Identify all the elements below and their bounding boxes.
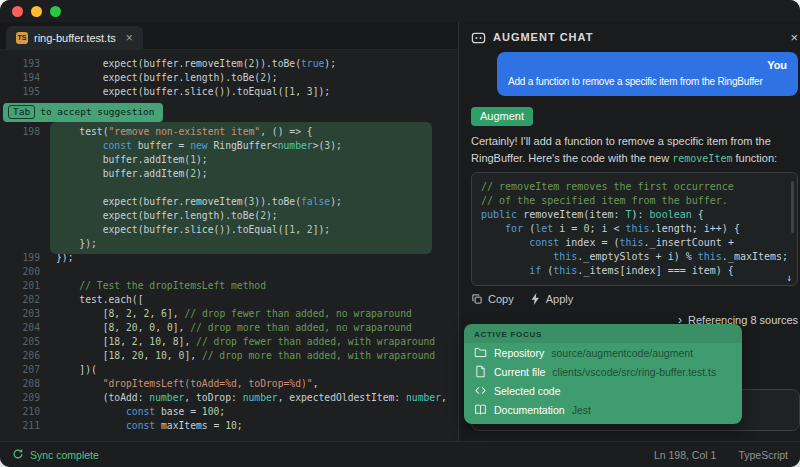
code-token: expect(buffer.removeItem( — [56, 196, 248, 207]
chat-close-icon[interactable]: × — [791, 30, 799, 45]
code-token: ._insertCount + — [644, 237, 734, 248]
code-token: removeItem(item: — [517, 209, 625, 220]
code-token: , — [120, 336, 132, 347]
code-token: ( — [541, 265, 553, 276]
assistant-text-after: function: — [732, 152, 777, 164]
focus-item-documentation[interactable]: DocumentationJest — [464, 400, 742, 419]
language-mode[interactable]: TypeScript — [738, 449, 788, 461]
code-token: test( — [56, 126, 109, 137]
code-token: base = — [155, 406, 202, 417]
code-token: let — [535, 223, 553, 234]
code-token: ); — [324, 58, 336, 69]
line-number — [0, 223, 52, 237]
code-token: ); — [196, 154, 208, 165]
code-token: ], — [173, 322, 191, 333]
code-line: 206 [18, 20, 10, 0], // drop more than a… — [0, 349, 458, 363]
code-token: , — [114, 322, 126, 333]
code-token: ); — [330, 196, 342, 207]
chat-code-line: if (this._items[index] === item) { — [481, 264, 788, 278]
code-token: if — [529, 265, 541, 276]
close-window-button[interactable] — [12, 6, 23, 17]
cursor-position[interactable]: Ln 198, Col 1 — [654, 449, 716, 461]
tab-ring-buffer-test[interactable]: TS ring-buffer.test.ts × — [6, 26, 143, 49]
code-token: ._maxItems; — [722, 251, 788, 262]
code-token: .length; i++) { — [650, 223, 740, 234]
code-text: expect(buffer.removeItem(2)).toBe(true); — [52, 57, 336, 71]
sync-icon — [12, 448, 24, 462]
copy-button[interactable]: Copy — [471, 293, 514, 305]
minimize-window-button[interactable] — [31, 6, 42, 17]
code-token: ], — [184, 350, 202, 361]
code-text: [8, 2, 2, 6], // drop fewer than added, … — [52, 307, 412, 321]
line-number: 193 — [0, 57, 52, 71]
code-line: buffer.addItem(1); — [0, 153, 458, 167]
code-token: number — [149, 392, 184, 403]
tab-close-icon[interactable]: × — [126, 31, 133, 45]
code-token: , — [313, 378, 319, 389]
chat-code-block[interactable]: // removeItem removes the first occurren… — [471, 172, 798, 286]
line-number — [0, 167, 52, 181]
code-token: buffer.addItem( — [56, 154, 190, 165]
code-token: , — [144, 350, 156, 361]
line-number: 211 — [0, 419, 52, 433]
line-number: 206 — [0, 349, 52, 363]
code-line: 208 "dropItemsLeft(toAdd=%d, toDrop=%d)"… — [0, 377, 458, 391]
line-number: 195 — [0, 85, 52, 99]
code-token: 20 — [132, 350, 144, 361]
code-line: 209 (toAdd: number, toDrop: number, expe… — [0, 391, 458, 405]
code-line: 202 test.each([ — [0, 293, 458, 307]
tab-key-label: Tab — [8, 105, 35, 119]
scroll-down-icon[interactable]: ↓ — [786, 272, 792, 283]
code-line — [0, 181, 458, 195]
code-text: expect(buffer.length).toBe(2); — [52, 209, 278, 223]
lightning-icon — [530, 293, 541, 305]
code-token: , — [114, 308, 126, 319]
code-token — [56, 406, 126, 417]
code-token: , — [155, 322, 167, 333]
code-token: ], — [179, 336, 197, 347]
code-line: expect(buffer.length).toBe(2); — [0, 209, 458, 223]
code-token: ], — [167, 308, 185, 319]
code-token: [ — [56, 350, 109, 361]
code-token: expect(buffer.slice()).toEqual([ — [56, 224, 289, 235]
code-text: buffer.addItem(2); — [52, 167, 208, 181]
focus-item-value: Jest — [572, 404, 591, 416]
code-token: ): — [632, 209, 650, 220]
code-editor[interactable]: 193 expect(buffer.removeItem(2)).toBe(tr… — [0, 50, 458, 441]
user-message-bubble: You Add a function to remove a specific … — [497, 52, 798, 96]
code-token: ); — [330, 140, 342, 151]
code-token: , — [120, 350, 132, 361]
line-number: 205 — [0, 335, 52, 349]
sync-status[interactable]: Sync complete — [12, 448, 99, 462]
code-token: 100 — [202, 406, 220, 417]
code-line: const buffer = new RingBuffer<number>(3)… — [0, 139, 458, 153]
editor-pane: TS ring-buffer.test.ts × 193 expect(buff… — [0, 22, 458, 441]
code-line: 205 [18, 2, 10, 8], // drop fewer than a… — [0, 335, 458, 349]
code-token: "remove non-existent item" — [109, 126, 261, 137]
zoom-window-button[interactable] — [50, 6, 61, 17]
code-text: [18, 2, 10, 8], // drop fewer than added… — [52, 335, 435, 349]
code-actions: Copy Apply — [471, 293, 798, 305]
code-token: , () => { — [260, 126, 313, 137]
inline-suggestion-block[interactable]: 198 test("remove non-existent item", () … — [0, 125, 458, 251]
code-token: this — [553, 265, 577, 276]
code-text: buffer.addItem(1); — [52, 153, 208, 167]
code-token: for — [505, 223, 523, 234]
apply-button[interactable]: Apply — [530, 293, 574, 305]
file-icon — [474, 365, 487, 378]
line-number — [0, 237, 52, 251]
code-text: expect(buffer.slice()).toEqual([1, 3]); — [52, 85, 330, 99]
code-token: number — [278, 140, 313, 151]
code-text: test.each([ — [52, 293, 144, 307]
copy-icon — [471, 293, 483, 305]
code-token: , — [167, 350, 179, 361]
code-token: // drop more than added, no wraparound — [190, 322, 412, 333]
focus-item-repository[interactable]: Repositorysource/augmentcode/augment — [464, 343, 742, 362]
focus-item-current-file[interactable]: Current fileclients/vscode/src/ring-buff… — [464, 362, 742, 381]
code-scrollbar[interactable] — [791, 181, 794, 233]
chat-code-line: // of the specified item from the buffer… — [481, 194, 788, 208]
focus-item-selected-code[interactable]: Selected code — [464, 381, 742, 400]
line-number: 198 — [0, 125, 52, 139]
chat-code-line: // removeItem removes the first occurren… — [481, 180, 788, 194]
code-line: 193 expect(buffer.removeItem(2)).toBe(tr… — [0, 57, 458, 71]
